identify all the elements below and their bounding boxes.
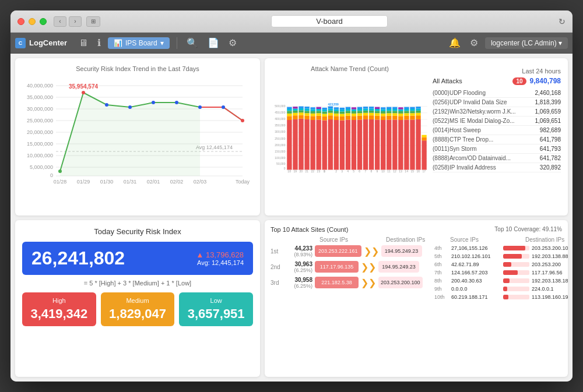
svg-rect-190 [398, 107, 403, 109]
svg-rect-95 [322, 114, 327, 116]
maximize-button[interactable] [40, 18, 47, 25]
attack-list-item: (0258)IP Invalid Address 320,892 [433, 163, 561, 172]
site-count: 30,958 (6.25%) [289, 277, 312, 289]
site-row-right: 9th 0.0.0.0 224.0.0.1 [434, 286, 568, 292]
svg-rect-137 [357, 116, 362, 120]
svg-rect-123 [346, 116, 350, 120]
bar-group-18: 18 [287, 107, 292, 173]
svg-rect-183 [392, 107, 397, 109]
site-bar [503, 270, 529, 275]
url-bar[interactable]: V-board [271, 15, 388, 27]
svg-rect-86 [316, 119, 321, 169]
svg-rect-136 [357, 119, 362, 169]
trend-panel-title: Security Risk Index Trend in the Last 7d… [22, 65, 253, 72]
attack-count: 320,892 [529, 164, 561, 171]
svg-text:10,000,000: 10,000,000 [27, 153, 53, 158]
back-button[interactable]: ‹ [54, 16, 66, 27]
user-menu[interactable]: logcenter (LC Admin) ▾ [485, 37, 568, 49]
svg-text:350,000: 350,000 [275, 123, 285, 127]
attack-count: 2,460,168 [529, 90, 561, 96]
sidebar-toggle-button[interactable]: ⊞ [86, 16, 100, 27]
sites-left-rows: 1st 44,233 (8.93%) 203.253.222.161 ❯❯ 19… [271, 245, 430, 289]
svg-text:0: 0 [284, 167, 286, 170]
svg-text:02/01: 02/01 [147, 179, 160, 185]
svg-text:23: 23 [317, 169, 321, 173]
risk-main-box: 26,241,802 ▲ 13,796,628 Avg: 12,445,174 [22, 242, 253, 275]
page-title-bar: V-board [316, 17, 343, 26]
svg-rect-55 [287, 109, 292, 111]
svg-text:20,000,000: 20,000,000 [27, 129, 53, 135]
site-rank: 1st [271, 248, 287, 255]
site-source-r: 42.62.71.89 [451, 262, 501, 267]
bar-group-4: 4 [346, 107, 350, 173]
toolbar: C LogCenter 🖥 ℹ 📊 IPS Board ▾ 🔍 📄 ⚙ 🔔 ⚙ … [10, 33, 573, 54]
svg-text:6: 6 [359, 169, 360, 173]
site-source-pill: 117.17.96.135 [315, 261, 359, 273]
svg-rect-61 [293, 111, 297, 113]
svg-rect-70 [298, 107, 303, 108]
svg-rect-68 [298, 110, 303, 112]
svg-text:300,000: 300,000 [275, 130, 285, 133]
bar-group-21: 21 [304, 107, 309, 173]
brand-icon: C [15, 38, 26, 48]
svg-rect-215 [422, 135, 426, 137]
bell-icon[interactable]: 🔔 [447, 36, 463, 50]
all-attacks-count: 9,840,798 [530, 77, 561, 85]
svg-rect-127 [346, 107, 350, 109]
svg-text:9: 9 [377, 169, 378, 173]
ips-board-tab[interactable]: 📊 IPS Board ▾ [108, 37, 170, 49]
svg-text:500,000: 500,000 [275, 104, 285, 108]
site-source-r: 27,106,155.126 [451, 245, 501, 251]
svg-rect-111 [334, 111, 339, 114]
info-icon[interactable]: ℹ [95, 36, 103, 50]
risk-delta-value: ▲ 13,796,628 [196, 250, 244, 259]
trend-dot-peak [82, 91, 85, 94]
svg-text:11: 11 [387, 169, 391, 173]
svg-rect-207 [416, 115, 420, 119]
attack-chart: Attack Name Trend (Count) 500,000 450,00… [272, 65, 428, 209]
bar-group-10: 10 [381, 107, 385, 173]
bar-group-11: 11 [387, 107, 391, 173]
site-rank: 2nd [271, 264, 287, 270]
risk-main-value: 26,241,802 [31, 248, 125, 269]
site-row-right: 8th 200.40.30.63 192.203.138.18 [434, 278, 568, 284]
all-attacks-label: All Attacks [433, 77, 509, 84]
site-bar-fill [503, 295, 508, 299]
nav-buttons: ‹ › [54, 16, 82, 27]
svg-rect-53 [287, 114, 292, 116]
settings-icon[interactable]: ⚙ [226, 36, 239, 50]
close-button[interactable] [17, 18, 24, 25]
svg-rect-164 [381, 120, 385, 169]
left-col-headers: Source IPs Destination IPs [271, 236, 430, 243]
minimize-button[interactable] [29, 18, 36, 25]
svg-rect-203 [410, 109, 415, 111]
svg-rect-54 [287, 111, 292, 113]
svg-rect-117 [340, 114, 345, 116]
sites-right: Source IPs Destination IPs 4th 27,106,15… [434, 236, 568, 302]
svg-text:150,000: 150,000 [275, 150, 285, 153]
svg-rect-119 [340, 110, 345, 111]
bar-group-14: 14 [404, 107, 409, 173]
gear-icon[interactable]: ⚙ [468, 36, 480, 50]
svg-text:13: 13 [399, 169, 402, 173]
high-label: High [27, 297, 92, 304]
trend-dot-today [241, 119, 244, 122]
document-icon[interactable]: 📄 [205, 36, 222, 50]
refresh-button[interactable]: ↻ [559, 17, 566, 26]
monitor-icon[interactable]: 🖥 [76, 37, 90, 50]
attack-layout: Attack Name Trend (Count) 500,000 450,00… [272, 65, 561, 209]
forward-button[interactable]: › [69, 16, 82, 27]
site-bar-fill [503, 254, 522, 259]
high-value: 3,419,342 [27, 306, 92, 322]
bar-group-3: 3 [340, 108, 345, 173]
search-icon[interactable]: 🔍 [184, 36, 201, 50]
svg-rect-134 [352, 107, 356, 109]
svg-rect-141 [357, 107, 362, 109]
title-bar-center: V-board [107, 15, 552, 27]
svg-rect-171 [387, 119, 391, 169]
risk-formula: = 5 * [High] + 3 * [Medium] + 1 * [Low] [22, 280, 253, 287]
svg-text:Avg 12,445,174: Avg 12,445,174 [196, 144, 233, 150]
site-rank-r: 8th [434, 278, 449, 284]
svg-rect-206 [416, 119, 420, 170]
site-bar [503, 246, 529, 250]
